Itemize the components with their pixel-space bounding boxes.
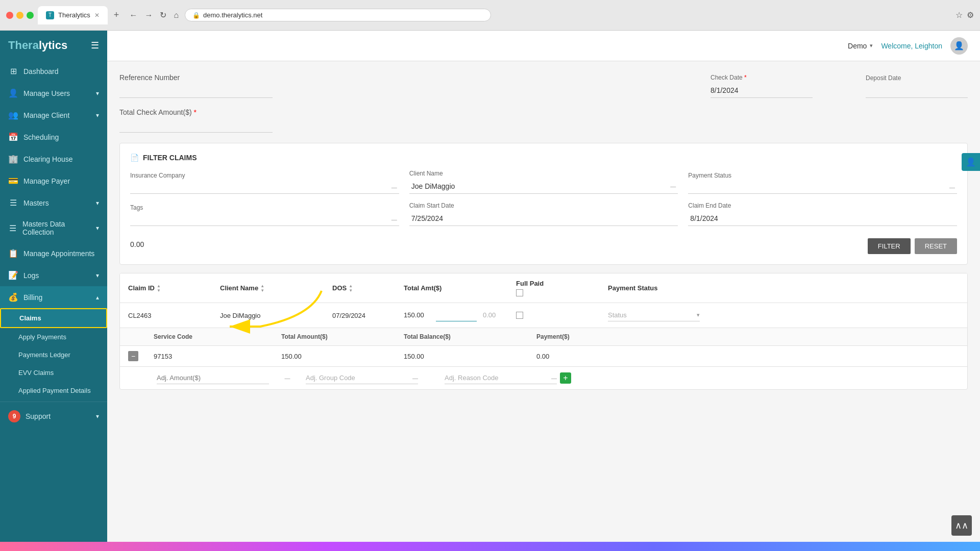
sidebar-item-manage-appointments[interactable]: 📋 Manage Appointments [0, 242, 107, 264]
sidebar-toggle-icon[interactable]: ☰ [91, 40, 99, 51]
reset-button[interactable]: RESET [915, 238, 957, 254]
demo-selector[interactable]: Demo ▾ [848, 42, 873, 50]
full-paid-checkbox-header[interactable] [516, 289, 523, 296]
payment-status-select[interactable]: — [688, 181, 957, 194]
sort-arrows-claim-id[interactable]: ▲▼ [157, 284, 161, 293]
address-bar[interactable]: 🔒 demo.theralytics.net [185, 9, 491, 21]
tags-group: Tags — [130, 204, 399, 226]
sidebar-sub-payments-ledger[interactable]: Payments Ledger [0, 346, 107, 364]
logs-icon: 📝 [8, 270, 18, 280]
adj-amount-input[interactable] [157, 372, 269, 384]
close-window-button[interactable] [6, 12, 13, 19]
sidebar-sub-claims[interactable]: Claims [0, 308, 107, 328]
maximize-window-button[interactable] [27, 12, 34, 19]
adj-group-code-container[interactable]: Adj. Group Code — [306, 372, 418, 384]
collapse-row-button[interactable]: − [128, 351, 138, 361]
deposit-date-group: Deposit Date [866, 74, 968, 98]
side-action-button[interactable]: 👤 [962, 153, 980, 171]
bottom-gradient-bar [0, 542, 980, 551]
extensions-button[interactable]: ⚙ [967, 10, 974, 20]
sidebar-sub-label-apply-payments: Apply Payments [18, 333, 66, 341]
sidebar-item-manage-payer[interactable]: 💳 Manage Payer [0, 170, 107, 192]
browser-navigation: ← → ↻ ⌂ [127, 8, 181, 22]
sidebar-item-support[interactable]: 9 Support ▾ [0, 404, 107, 429]
sidebar-sub-apply-payments[interactable]: Apply Payments [0, 328, 107, 346]
chevron-down-icon: ▾ [96, 272, 99, 279]
new-tab-button[interactable]: + [114, 10, 119, 20]
claim-end-value[interactable]: 8/1/2024 [688, 211, 957, 226]
sidebar-label-manage-appointments: Manage Appointments [23, 249, 94, 258]
masters-data-icon: ☰ [8, 223, 17, 233]
dashboard-icon: ⊞ [8, 66, 18, 76]
header-dos: DOS ▲▼ [332, 280, 404, 296]
full-paid-header-group: Full Paid [516, 280, 544, 296]
sidebar-sub-evv-claims[interactable]: EVV Claims [0, 364, 107, 382]
scheduling-icon: 📅 [8, 132, 18, 142]
sub-table-header: Service Code Total Amount($) Total Balan… [120, 328, 967, 346]
manage-payer-icon: 💳 [8, 176, 18, 186]
avatar-initial: 👤 [954, 41, 964, 51]
sub-row-minus-btn[interactable]: − [128, 351, 154, 361]
sub-header-service-code: Service Code [154, 333, 281, 340]
user-avatar[interactable]: 👤 [950, 37, 968, 55]
person-action-icon: 👤 [966, 157, 976, 167]
claim-start-value[interactable]: 7/25/2024 [409, 211, 678, 226]
deposit-date-label: Deposit Date [866, 74, 968, 82]
total-check-group: Total Check Amount($) * [119, 108, 273, 133]
tab-title: Theralytics [58, 11, 90, 19]
home-button[interactable]: ⌂ [172, 9, 181, 22]
sidebar-item-manage-client[interactable]: 👥 Manage Client ▾ [0, 104, 107, 126]
sidebar-item-manage-users[interactable]: 👤 Manage Users ▾ [0, 82, 107, 104]
filter-row-2: Tags — Claim Start Date 7/25/2024 Claim … [130, 202, 957, 226]
back-button[interactable]: ← [127, 9, 139, 22]
sidebar-item-billing[interactable]: 💰 Billing ▴ [0, 286, 107, 308]
claim-end-label: Claim End Date [688, 202, 957, 209]
full-paid-row-checkbox[interactable] [516, 312, 523, 319]
payment-amount-input[interactable] [436, 309, 477, 321]
tags-select[interactable]: — [130, 213, 399, 226]
back-to-top-button[interactable]: ∧∧ [951, 515, 972, 536]
adj-reason-code-container[interactable]: Adj. Reason Code — [445, 372, 557, 384]
status-select-container[interactable]: Status ▾ [608, 309, 700, 321]
tags-dropdown-arrow: — [391, 216, 397, 222]
sort-arrows-client-name[interactable]: ▲▼ [260, 284, 264, 293]
nav-divider [0, 402, 107, 402]
minimize-window-button[interactable] [16, 12, 23, 19]
filter-bottom-row: 0.00 FILTER RESET [130, 234, 957, 254]
browser-tab[interactable]: T Theralytics ✕ [38, 6, 108, 24]
adj-reason-code-placeholder: Adj. Reason Code [445, 374, 499, 382]
forward-button[interactable]: → [142, 9, 155, 22]
tab-close-button[interactable]: ✕ [94, 12, 100, 19]
sidebar-label-masters: Masters [23, 199, 49, 207]
sidebar-item-masters-data[interactable]: ☰ Masters Data Collection ▾ [0, 214, 107, 242]
client-name-dropdown-arrow: — [670, 183, 676, 189]
sidebar-item-clearing-house[interactable]: 🏢 Clearing House [0, 148, 107, 170]
claim-start-label: Claim Start Date [409, 202, 678, 209]
sidebar-logo: Theralytics ☰ [0, 31, 107, 60]
client-name-group: Client Name Joe DiMaggio — [409, 170, 678, 194]
sidebar-item-logs[interactable]: 📝 Logs ▾ [0, 264, 107, 286]
insurance-company-label: Insurance Company [130, 172, 399, 179]
sidebar-item-scheduling[interactable]: 📅 Scheduling [0, 126, 107, 148]
filter-amount-value: 0.00 [130, 237, 144, 252]
bookmark-button[interactable]: ☆ [955, 10, 963, 20]
cell-payment-status: Status ▾ [608, 309, 700, 321]
sidebar-sub-applied-payment-details[interactable]: Applied Payment Details [0, 382, 107, 399]
sort-arrows-dos[interactable]: ▲▼ [349, 284, 353, 293]
browser-chrome: T Theralytics ✕ + ← → ↻ ⌂ 🔒 demo.theraly… [0, 0, 980, 31]
filter-button[interactable]: FILTER [868, 238, 911, 254]
header-total-amt: Total Amt($) [404, 280, 516, 296]
add-adj-button[interactable]: + [560, 372, 571, 384]
client-name-select[interactable]: Joe DiMaggio — [409, 179, 678, 194]
form-row-total: Total Check Amount($) * [119, 108, 968, 133]
payment-status-group: Payment Status — [688, 172, 957, 194]
support-icon: 9 [8, 410, 20, 422]
sidebar-sub-label-evv-claims: EVV Claims [18, 369, 54, 377]
sidebar-item-masters[interactable]: ☰ Masters ▾ [0, 192, 107, 214]
sidebar-navigation: ⊞ Dashboard 👤 Manage Users ▾ 👥 Manage Cl… [0, 60, 107, 542]
manage-users-icon: 👤 [8, 88, 18, 98]
insurance-company-select[interactable]: — [130, 181, 399, 194]
reload-button[interactable]: ↻ [158, 8, 168, 22]
sidebar-item-dashboard[interactable]: ⊞ Dashboard [0, 60, 107, 82]
check-date-value[interactable]: 8/1/2024 [710, 83, 813, 98]
